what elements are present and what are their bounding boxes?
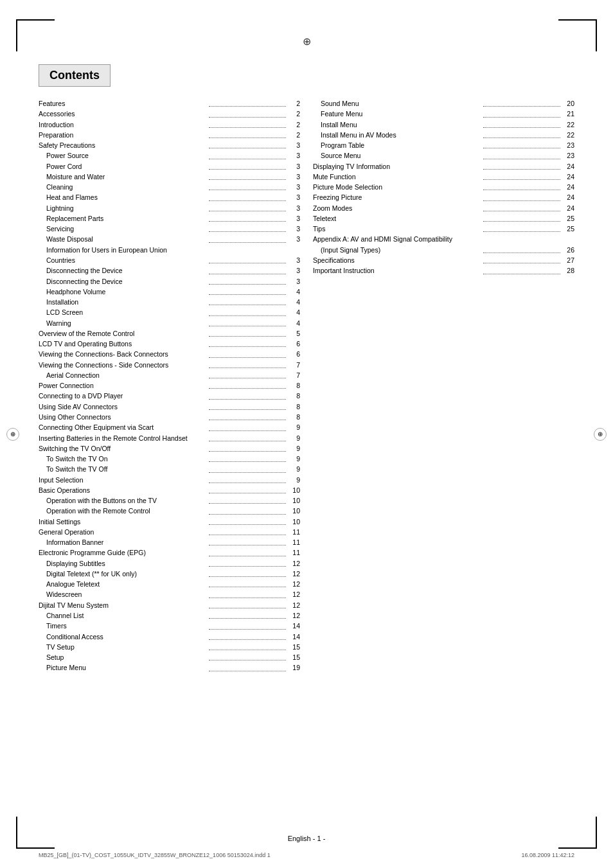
toc-entry-page: 19: [287, 662, 300, 673]
toc-entry-dots: [209, 545, 286, 556]
border-left-bottom: [16, 817, 17, 849]
toc-entry-page: 3: [287, 234, 300, 244]
toc-entry-page: 3: [287, 255, 300, 265]
toc-entry-page: 3: [287, 213, 300, 224]
toc-entry-page: 26: [562, 245, 574, 255]
toc-entry-dots: [209, 211, 286, 222]
toc-entry-dots: [209, 660, 286, 671]
toc-entry: Waste Disposal3: [39, 234, 300, 244]
toc-entry-title: Preparation: [39, 130, 208, 140]
toc-entry-dots: [209, 515, 286, 525]
toc-entry-dots: [209, 619, 286, 629]
toc-entry-title: Timers: [39, 621, 208, 631]
toc-entry-page: 22: [562, 120, 574, 130]
main-content: Contents Features2Accessories2Introducti…: [39, 64, 574, 817]
toc-entry-page: 24: [562, 192, 574, 202]
toc-entry-dots: [209, 389, 286, 399]
toc-entry-page: 25: [562, 224, 574, 234]
toc-entry-dots: [209, 253, 286, 263]
toc-entry-dots: [209, 630, 286, 640]
toc-entry-dots: [209, 525, 286, 535]
toc-entry-dots: [483, 148, 560, 159]
border-right-bottom: [596, 817, 597, 849]
toc-entry-title: Power Cord: [39, 161, 208, 172]
toc-entry-page: 5: [287, 328, 300, 339]
toc-entry-page: 3: [287, 265, 300, 276]
toc-entry-title: Switching the TV On/Off: [39, 443, 208, 454]
toc-entry-dots: [209, 295, 286, 305]
border-top-left: [16, 19, 55, 21]
toc-entry-title: Using Other Connectors: [39, 412, 208, 422]
toc-entry-dots: [209, 263, 286, 274]
toc-entry-title: Using Side AV Connectors: [39, 402, 208, 412]
toc-entry-page: 6: [287, 339, 300, 349]
toc-entry-page: 14: [287, 632, 300, 642]
toc-entry-page: 12: [287, 589, 300, 599]
toc-entry-title: Lightning: [39, 203, 208, 213]
toc-entry-title: TV Setup: [39, 642, 208, 652]
toc-entry-page: 9: [287, 433, 300, 443]
toc-entry-title: Heat and Flames: [39, 192, 208, 202]
toc-entry-dots: [209, 285, 286, 295]
toc-entry-title: Power Source: [39, 150, 208, 161]
toc-entry-page: 11: [287, 537, 300, 547]
toc-entry-dots: [209, 201, 286, 211]
toc-entry-title: Connecting to a DVD Player: [39, 391, 208, 401]
toc-entry-title: Important Instruction: [313, 265, 482, 276]
toc-entry-page: 8: [287, 412, 300, 422]
toc-entry-title: Waste Disposal: [39, 234, 208, 244]
toc-entry-dots: [209, 462, 286, 472]
toc-entry-page: 9: [287, 422, 300, 432]
toc-entry-dots: [209, 556, 286, 567]
toc-entry-title: Install Menu in AV Modes: [313, 130, 482, 140]
toc-entry-dots: [209, 107, 286, 117]
toc-entry-page: 20: [562, 98, 574, 109]
toc-entry-dots: [209, 305, 286, 315]
toc-entry-dots: [209, 410, 286, 420]
toc-entry-page: 24: [562, 161, 574, 172]
toc-entry-page: 28: [562, 265, 574, 276]
toc-entry-page: 21: [562, 109, 574, 119]
toc-entry-title: Basic Operations: [39, 485, 208, 495]
toc-entry-dots: [483, 263, 560, 274]
toc-entry-dots: [209, 420, 286, 430]
toc-entry-dots: [209, 598, 286, 608]
toc-entry-dots: [209, 170, 286, 180]
toc-entry-dots: [209, 337, 286, 347]
border-left-top: [16, 19, 17, 51]
toc-entry-dots: [483, 96, 560, 107]
toc-entry-title: Displaying TV Information: [313, 161, 482, 172]
toc-entry-title: Viewing the Connections- Back Connectors: [39, 349, 208, 359]
toc-entry-page: 3: [287, 182, 300, 192]
toc-entry-dots: [209, 608, 286, 619]
toc-entry-dots: [209, 326, 286, 337]
toc-entry-page: 25: [562, 213, 574, 224]
toc-entry-dots: [209, 473, 286, 483]
toc-entry-page: 3: [287, 192, 300, 202]
toc-entry-title: To Switch the TV On: [39, 454, 208, 464]
toc-entry-dots: [483, 180, 560, 190]
toc-entry: Tips25: [313, 224, 574, 234]
toc-entry-page: 6: [287, 349, 300, 359]
page: ⊕ ⊕ ⊕ Contents Features2Accessories2Intr…: [0, 0, 613, 868]
toc-entry-page: 3: [287, 172, 300, 182]
toc-entry-page: 3: [287, 224, 300, 234]
toc-entry-dots: [209, 577, 286, 587]
toc-entry-dots: [209, 358, 286, 368]
footer-meta: MB25_[GB]_(01-TV)_COST_1055UK_IDTV_32855…: [39, 852, 574, 858]
toc-entry-title: Setup: [39, 652, 208, 662]
registration-mark-left: ⊕: [6, 428, 19, 441]
toc-entry-page: 10: [287, 506, 300, 516]
toc-columns: Features2Accessories2Introduction2Prepar…: [39, 98, 574, 673]
toc-entry-page: 12: [287, 569, 300, 579]
toc-entry-page: 12: [287, 579, 300, 589]
toc-entry-dots: [483, 107, 560, 117]
toc-entry-dots: [209, 504, 286, 514]
toc-entry-title: Widescreen: [39, 589, 208, 599]
toc-entry-dots: [209, 232, 286, 242]
toc-entry-title: Displaying Subtitles: [39, 558, 208, 569]
toc-entry-page: 10: [287, 485, 300, 495]
toc-entry-dots: [209, 274, 286, 285]
toc-entry-dots: [209, 378, 286, 389]
toc-entry-page: 8: [287, 380, 300, 391]
